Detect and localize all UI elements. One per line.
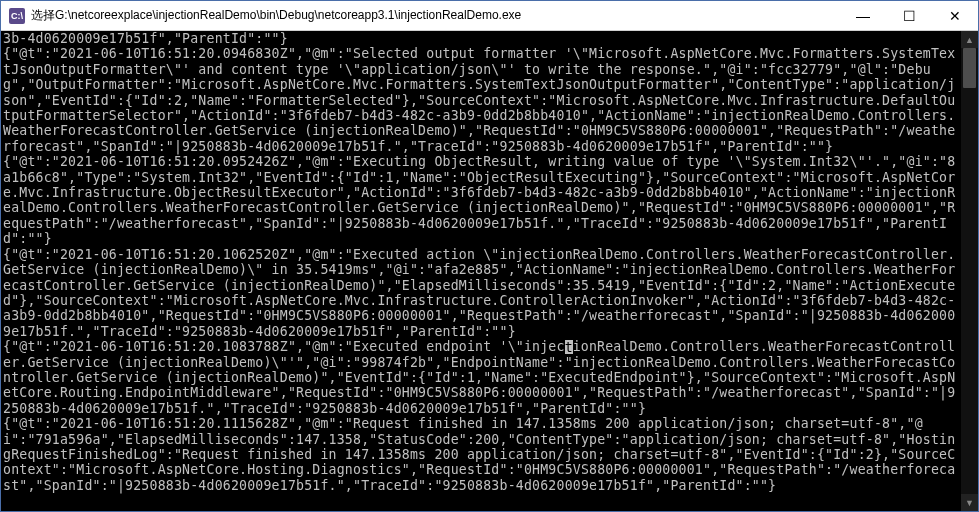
titlebar[interactable]: C:\ 选择G:\netcoreexplace\injectionRealDem… — [1, 1, 978, 31]
scroll-up-button[interactable]: ▲ — [961, 31, 978, 48]
scroll-track[interactable] — [961, 48, 978, 494]
console-area: 3b-4d0620009e17b51f","ParentId":""} {"@t… — [1, 31, 978, 511]
close-button[interactable]: ✕ — [932, 1, 978, 30]
app-icon: C:\ — [9, 8, 25, 24]
window-controls: — ☐ ✕ — [840, 1, 978, 30]
window-title: 选择G:\netcoreexplace\injectionRealDemo\bi… — [31, 7, 840, 24]
text-cursor: t — [565, 340, 573, 354]
console-text-post: ionRealDemo.Controllers.WeatherForecastC… — [3, 339, 955, 493]
maximize-button[interactable]: ☐ — [886, 1, 932, 30]
app-window: C:\ 选择G:\netcoreexplace\injectionRealDem… — [0, 0, 979, 512]
scroll-down-button[interactable]: ▼ — [961, 494, 978, 511]
minimize-button[interactable]: — — [840, 1, 886, 30]
console-output[interactable]: 3b-4d0620009e17b51f","ParentId":""} {"@t… — [1, 31, 961, 511]
console-text-pre: 3b-4d0620009e17b51f","ParentId":""} {"@t… — [3, 31, 955, 354]
scroll-thumb[interactable] — [963, 48, 976, 88]
vertical-scrollbar[interactable]: ▲ ▼ — [961, 31, 978, 511]
